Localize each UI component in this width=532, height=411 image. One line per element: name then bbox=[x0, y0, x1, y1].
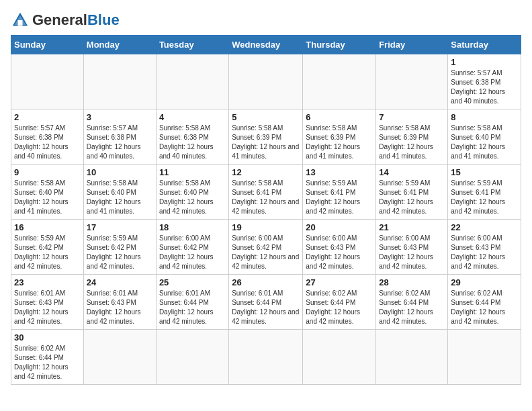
calendar-cell: 23Sunrise: 6:01 AM Sunset: 6:43 PM Dayli… bbox=[11, 275, 84, 330]
day-info: Sunrise: 6:02 AM Sunset: 6:44 PM Dayligh… bbox=[306, 289, 373, 326]
calendar-cell: 8Sunrise: 5:58 AM Sunset: 6:40 PM Daylig… bbox=[448, 109, 521, 165]
day-info: Sunrise: 5:58 AM Sunset: 6:41 PM Dayligh… bbox=[232, 179, 300, 216]
calendar-cell: 14Sunrise: 5:59 AM Sunset: 6:41 PM Dayli… bbox=[376, 165, 448, 220]
calendar-cell: 15Sunrise: 5:59 AM Sunset: 6:41 PM Dayli… bbox=[448, 165, 521, 220]
calendar-cell bbox=[156, 330, 228, 385]
day-info: Sunrise: 6:02 AM Sunset: 6:44 PM Dayligh… bbox=[451, 289, 518, 326]
weekday-wednesday: Wednesday bbox=[229, 36, 303, 54]
day-number: 7 bbox=[379, 112, 445, 122]
calendar-cell bbox=[376, 54, 448, 109]
day-info: Sunrise: 6:02 AM Sunset: 6:44 PM Dayligh… bbox=[379, 289, 445, 326]
calendar-cell bbox=[448, 330, 521, 385]
day-number: 1 bbox=[451, 57, 518, 67]
day-info: Sunrise: 6:00 AM Sunset: 6:43 PM Dayligh… bbox=[451, 234, 518, 271]
day-number: 30 bbox=[14, 332, 81, 342]
weekday-header-row: SundayMondayTuesdayWednesdayThursdayFrid… bbox=[11, 36, 521, 54]
calendar-cell: 21Sunrise: 6:00 AM Sunset: 6:43 PM Dayli… bbox=[376, 220, 448, 275]
week-row-1: 1Sunrise: 5:57 AM Sunset: 6:38 PM Daylig… bbox=[11, 54, 521, 109]
day-number: 26 bbox=[232, 277, 300, 287]
calendar-cell: 3Sunrise: 5:57 AM Sunset: 6:38 PM Daylig… bbox=[83, 109, 156, 165]
calendar-cell: 11Sunrise: 5:58 AM Sunset: 6:40 PM Dayli… bbox=[156, 165, 228, 220]
day-number: 15 bbox=[451, 167, 518, 177]
day-info: Sunrise: 5:58 AM Sunset: 6:39 PM Dayligh… bbox=[379, 124, 445, 161]
calendar-cell bbox=[83, 54, 156, 109]
calendar-cell: 13Sunrise: 5:59 AM Sunset: 6:41 PM Dayli… bbox=[303, 165, 376, 220]
calendar-body: 1Sunrise: 5:57 AM Sunset: 6:38 PM Daylig… bbox=[11, 54, 521, 385]
calendar-cell: 28Sunrise: 6:02 AM Sunset: 6:44 PM Dayli… bbox=[376, 275, 448, 330]
day-number: 19 bbox=[232, 222, 300, 232]
calendar-cell bbox=[229, 330, 303, 385]
calendar-cell bbox=[11, 54, 84, 109]
calendar-cell: 26Sunrise: 6:01 AM Sunset: 6:44 PM Dayli… bbox=[229, 275, 303, 330]
day-info: Sunrise: 5:59 AM Sunset: 6:41 PM Dayligh… bbox=[379, 179, 445, 216]
weekday-monday: Monday bbox=[83, 36, 156, 54]
day-info: Sunrise: 5:58 AM Sunset: 6:40 PM Dayligh… bbox=[14, 179, 81, 216]
logo-text: GeneralBlue bbox=[32, 11, 120, 29]
day-number: 17 bbox=[87, 222, 153, 232]
calendar-cell: 25Sunrise: 6:01 AM Sunset: 6:44 PM Dayli… bbox=[156, 275, 228, 330]
calendar-cell: 6Sunrise: 5:58 AM Sunset: 6:39 PM Daylig… bbox=[303, 109, 376, 165]
day-info: Sunrise: 5:59 AM Sunset: 6:42 PM Dayligh… bbox=[14, 234, 81, 271]
weekday-sunday: Sunday bbox=[11, 36, 84, 54]
week-row-2: 2Sunrise: 5:57 AM Sunset: 6:38 PM Daylig… bbox=[11, 109, 521, 165]
calendar-cell bbox=[303, 330, 376, 385]
day-info: Sunrise: 5:58 AM Sunset: 6:40 PM Dayligh… bbox=[87, 179, 153, 216]
day-number: 11 bbox=[159, 167, 226, 177]
day-info: Sunrise: 6:01 AM Sunset: 6:44 PM Dayligh… bbox=[159, 289, 226, 326]
day-info: Sunrise: 6:01 AM Sunset: 6:43 PM Dayligh… bbox=[87, 289, 153, 326]
week-row-4: 16Sunrise: 5:59 AM Sunset: 6:42 PM Dayli… bbox=[11, 220, 521, 275]
calendar-cell: 16Sunrise: 5:59 AM Sunset: 6:42 PM Dayli… bbox=[11, 220, 84, 275]
day-info: Sunrise: 5:59 AM Sunset: 6:41 PM Dayligh… bbox=[306, 179, 373, 216]
day-number: 29 bbox=[451, 277, 518, 287]
day-info: Sunrise: 5:58 AM Sunset: 6:39 PM Dayligh… bbox=[232, 124, 300, 161]
svg-rect-2 bbox=[18, 20, 23, 26]
day-number: 6 bbox=[306, 112, 373, 122]
calendar-cell bbox=[229, 54, 303, 109]
calendar-cell: 29Sunrise: 6:02 AM Sunset: 6:44 PM Dayli… bbox=[448, 275, 521, 330]
day-info: Sunrise: 5:57 AM Sunset: 6:38 PM Dayligh… bbox=[14, 124, 81, 161]
weekday-friday: Friday bbox=[376, 36, 448, 54]
day-info: Sunrise: 5:58 AM Sunset: 6:40 PM Dayligh… bbox=[159, 179, 226, 216]
calendar-cell: 24Sunrise: 6:01 AM Sunset: 6:43 PM Dayli… bbox=[83, 275, 156, 330]
day-number: 23 bbox=[14, 277, 81, 287]
calendar-cell: 19Sunrise: 6:00 AM Sunset: 6:42 PM Dayli… bbox=[229, 220, 303, 275]
calendar-cell: 7Sunrise: 5:58 AM Sunset: 6:39 PM Daylig… bbox=[376, 109, 448, 165]
day-number: 16 bbox=[14, 222, 81, 232]
calendar-cell: 5Sunrise: 5:58 AM Sunset: 6:39 PM Daylig… bbox=[229, 109, 303, 165]
header: GeneralBlue bbox=[11, 11, 521, 30]
calendar-cell: 1Sunrise: 5:57 AM Sunset: 6:38 PM Daylig… bbox=[448, 54, 521, 109]
day-info: Sunrise: 6:01 AM Sunset: 6:43 PM Dayligh… bbox=[14, 289, 81, 326]
calendar-cell: 12Sunrise: 5:58 AM Sunset: 6:41 PM Dayli… bbox=[229, 165, 303, 220]
weekday-tuesday: Tuesday bbox=[156, 36, 228, 54]
day-number: 2 bbox=[14, 112, 81, 122]
day-info: Sunrise: 5:58 AM Sunset: 6:40 PM Dayligh… bbox=[451, 124, 518, 161]
calendar-cell: 17Sunrise: 5:59 AM Sunset: 6:42 PM Dayli… bbox=[83, 220, 156, 275]
day-info: Sunrise: 5:57 AM Sunset: 6:38 PM Dayligh… bbox=[87, 124, 153, 161]
calendar-cell: 2Sunrise: 5:57 AM Sunset: 6:38 PM Daylig… bbox=[11, 109, 84, 165]
day-info: Sunrise: 5:58 AM Sunset: 6:39 PM Dayligh… bbox=[306, 124, 373, 161]
week-row-3: 9Sunrise: 5:58 AM Sunset: 6:40 PM Daylig… bbox=[11, 165, 521, 220]
day-info: Sunrise: 6:00 AM Sunset: 6:42 PM Dayligh… bbox=[159, 234, 226, 271]
day-info: Sunrise: 6:00 AM Sunset: 6:43 PM Dayligh… bbox=[306, 234, 373, 271]
day-info: Sunrise: 5:59 AM Sunset: 6:42 PM Dayligh… bbox=[87, 234, 153, 271]
calendar-cell: 27Sunrise: 6:02 AM Sunset: 6:44 PM Dayli… bbox=[303, 275, 376, 330]
day-number: 3 bbox=[87, 112, 153, 122]
day-info: Sunrise: 5:58 AM Sunset: 6:38 PM Dayligh… bbox=[159, 124, 226, 161]
calendar-cell: 22Sunrise: 6:00 AM Sunset: 6:43 PM Dayli… bbox=[448, 220, 521, 275]
calendar-table: SundayMondayTuesdayWednesdayThursdayFrid… bbox=[11, 35, 521, 385]
calendar-cell: 4Sunrise: 5:58 AM Sunset: 6:38 PM Daylig… bbox=[156, 109, 228, 165]
day-number: 24 bbox=[87, 277, 153, 287]
day-number: 5 bbox=[232, 112, 300, 122]
day-number: 12 bbox=[232, 167, 300, 177]
week-row-5: 23Sunrise: 6:01 AM Sunset: 6:43 PM Dayli… bbox=[11, 275, 521, 330]
calendar-cell bbox=[83, 330, 156, 385]
day-number: 21 bbox=[379, 222, 445, 232]
day-number: 25 bbox=[159, 277, 226, 287]
day-info: Sunrise: 6:02 AM Sunset: 6:44 PM Dayligh… bbox=[14, 344, 81, 381]
calendar-cell bbox=[376, 330, 448, 385]
day-number: 14 bbox=[379, 167, 445, 177]
day-number: 18 bbox=[159, 222, 226, 232]
day-info: Sunrise: 6:00 AM Sunset: 6:42 PM Dayligh… bbox=[232, 234, 300, 271]
day-number: 4 bbox=[159, 112, 226, 122]
calendar-cell: 30Sunrise: 6:02 AM Sunset: 6:44 PM Dayli… bbox=[11, 330, 84, 385]
